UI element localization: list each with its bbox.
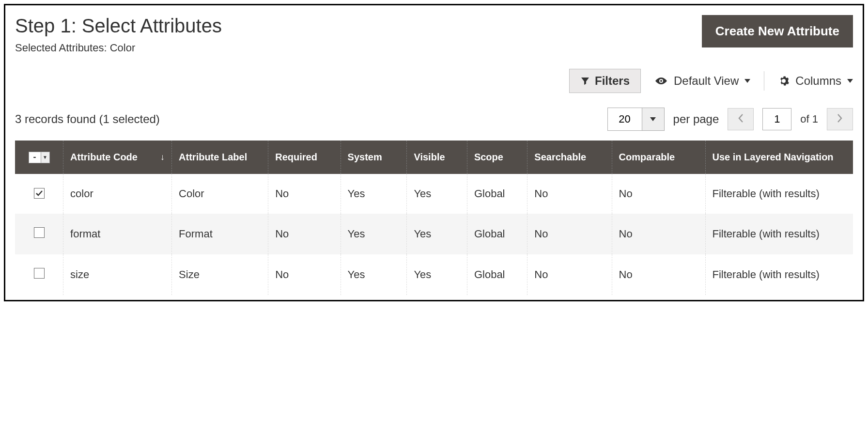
attributes-table: - ▼ Attribute Code ↓ Attribute Label Req… <box>15 141 853 295</box>
page-size-caret[interactable] <box>642 108 664 130</box>
table-row[interactable]: formatFormatNoYesYesGlobalNoNoFilterable… <box>15 214 853 254</box>
filters-label: Filters <box>595 74 630 88</box>
caret-down-icon <box>744 79 750 83</box>
funnel-icon <box>580 76 590 86</box>
row-checkbox-cell <box>15 214 63 254</box>
sort-arrow-icon: ↓ <box>160 152 165 162</box>
chevron-right-icon <box>837 113 843 125</box>
columns-dropdown[interactable]: Columns <box>778 74 853 88</box>
cell-label: Color <box>172 174 268 214</box>
cell-visible: Yes <box>407 174 467 214</box>
cell-system: Yes <box>341 214 407 254</box>
toolbar-divider <box>764 71 764 91</box>
table-header-row: - ▼ Attribute Code ↓ Attribute Label Req… <box>15 141 853 174</box>
chevron-left-icon <box>738 113 744 125</box>
col-header-required[interactable]: Required <box>268 141 341 174</box>
table-row[interactable]: colorColorNoYesYesGlobalNoNoFilterable (… <box>15 174 853 214</box>
cell-code: size <box>63 254 172 295</box>
records-found-text: 3 records found (1 selected) <box>15 112 160 126</box>
col-header-comparable[interactable]: Comparable <box>612 141 705 174</box>
cell-system: Yes <box>341 174 407 214</box>
col-header-label[interactable]: Attribute Label <box>172 141 268 174</box>
cell-layered: Filterable (with results) <box>705 214 853 254</box>
col-header-code[interactable]: Attribute Code ↓ <box>63 141 172 174</box>
cell-visible: Yes <box>407 214 467 254</box>
cell-searchable: No <box>527 174 612 214</box>
pagination-group: per page of 1 <box>607 108 853 131</box>
next-page-button[interactable] <box>827 108 853 130</box>
page-size-input[interactable] <box>608 108 642 130</box>
default-view-dropdown[interactable]: Default View <box>654 74 750 88</box>
table-row[interactable]: sizeSizeNoYesYesGlobalNoNoFilterable (wi… <box>15 254 853 295</box>
cell-comparable: No <box>612 214 705 254</box>
cell-code: color <box>63 174 172 214</box>
subtitle-label: Selected Attributes: <box>15 42 107 54</box>
col-header-searchable[interactable]: Searchable <box>527 141 612 174</box>
cell-layered: Filterable (with results) <box>705 174 853 214</box>
cell-scope: Global <box>467 254 527 295</box>
caret-down-icon: ▼ <box>41 152 49 163</box>
cell-label: Size <box>172 254 268 295</box>
per-page-label: per page <box>673 112 719 126</box>
row-checkbox-cell <box>15 174 63 214</box>
eye-icon <box>654 76 668 86</box>
col-header-system[interactable]: System <box>341 141 407 174</box>
default-view-label: Default View <box>674 74 739 88</box>
svg-point-0 <box>660 80 662 82</box>
cell-searchable: No <box>527 254 612 295</box>
cell-scope: Global <box>467 214 527 254</box>
header-row: Step 1: Select Attributes Selected Attri… <box>15 15 853 69</box>
select-all-dropdown[interactable]: - ▼ <box>29 152 50 163</box>
create-new-attribute-button[interactable]: Create New Attribute <box>702 15 853 47</box>
cell-comparable: No <box>612 254 705 295</box>
filters-button[interactable]: Filters <box>569 69 641 93</box>
col-header-visible[interactable]: Visible <box>407 141 467 174</box>
total-pages-label: of 1 <box>800 113 818 125</box>
current-page-input[interactable] <box>762 108 791 130</box>
cell-required: No <box>268 254 341 295</box>
page-size-select[interactable] <box>607 108 665 131</box>
records-row: 3 records found (1 selected) per page of… <box>15 108 853 131</box>
cell-searchable: No <box>527 214 612 254</box>
cell-visible: Yes <box>407 254 467 295</box>
step-panel: Step 1: Select Attributes Selected Attri… <box>4 4 864 301</box>
columns-label: Columns <box>795 74 841 88</box>
grid-toolbar: Filters Default View Columns <box>15 69 853 93</box>
cell-code: format <box>63 214 172 254</box>
cell-label: Format <box>172 214 268 254</box>
col-header-layered[interactable]: Use in Layered Navigation <box>705 141 853 174</box>
row-checkbox[interactable] <box>34 188 45 199</box>
cell-required: No <box>268 214 341 254</box>
col-header-code-label: Attribute Code <box>70 152 138 163</box>
caret-down-icon <box>847 79 853 83</box>
cell-required: No <box>268 174 341 214</box>
cell-scope: Global <box>467 174 527 214</box>
gear-icon <box>778 75 790 87</box>
cell-layered: Filterable (with results) <box>705 254 853 295</box>
row-checkbox[interactable] <box>34 268 45 279</box>
page-title: Step 1: Select Attributes <box>15 15 222 37</box>
cell-system: Yes <box>341 254 407 295</box>
row-checkbox[interactable] <box>34 227 45 238</box>
selected-attributes-subtitle: Selected Attributes: Color <box>15 42 222 54</box>
cell-comparable: No <box>612 174 705 214</box>
subtitle-value: Color <box>110 42 136 54</box>
col-header-select[interactable]: - ▼ <box>15 141 63 174</box>
row-checkbox-cell <box>15 254 63 295</box>
col-header-scope[interactable]: Scope <box>467 141 527 174</box>
minus-icon: - <box>29 152 41 162</box>
prev-page-button[interactable] <box>728 108 754 130</box>
